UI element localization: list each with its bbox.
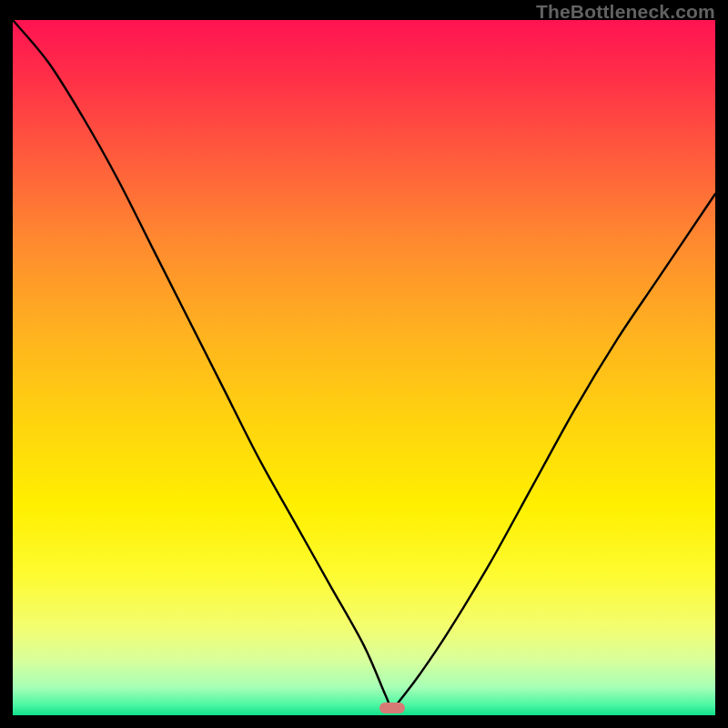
chart-frame: TheBottleneck.com bbox=[0, 0, 728, 728]
minimum-marker bbox=[379, 703, 405, 713]
watermark-text: TheBottleneck.com bbox=[536, 1, 715, 23]
bottleneck-curve-svg bbox=[13, 20, 715, 715]
plot-area bbox=[13, 20, 715, 715]
bottleneck-curve-path bbox=[13, 20, 715, 709]
